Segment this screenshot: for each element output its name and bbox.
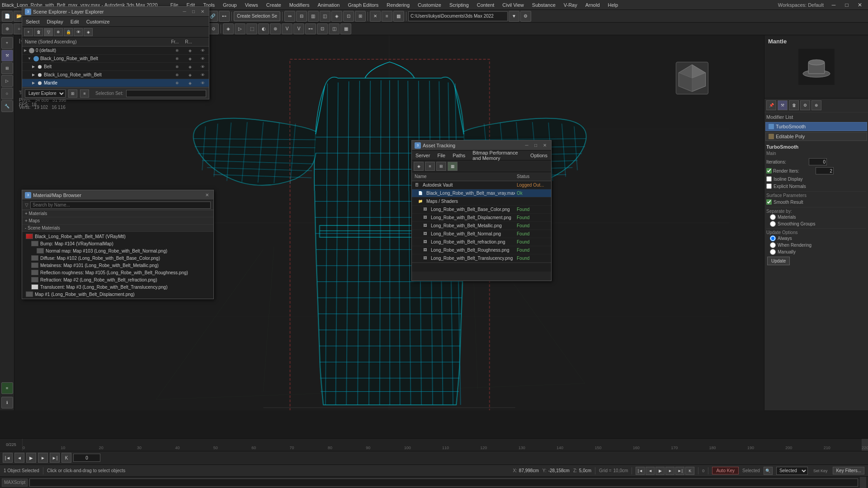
layer-explorer-minimize[interactable]: ─ [181,8,188,15]
normal-align-button[interactable]: ◫ [320,11,330,22]
render-setup-btn[interactable]: ◈ [223,23,234,34]
menu-rendering[interactable]: Rendering [383,1,413,9]
mirror-button[interactable]: ⇔ [284,11,295,22]
at-row-6[interactable]: 🖼 Long_Robe_with_Belt_Normal.png Found [412,230,551,238]
search-filter-btn[interactable]: 🔍 [764,467,773,475]
pb-prev-btn[interactable]: ◄ [646,467,655,475]
at-maximize-btn[interactable]: □ [532,142,539,149]
ribbon-button[interactable]: ▦ [393,11,404,22]
viewport-info-btn[interactable]: ℹ [1,397,13,408]
materials-radio[interactable] [770,214,776,220]
menu-substance[interactable]: Substance [528,1,559,9]
vfb-btn[interactable]: ▦ [340,23,351,34]
le-new-layer-btn[interactable]: + [24,28,33,36]
at-menu-server[interactable]: Server [414,152,432,159]
menu-graph-editors[interactable]: Graph Editors [344,1,382,9]
at-row-0[interactable]: 🗄 Autodesk Vault Logged Out... [412,181,551,189]
at-menu-bitmap[interactable]: Bitmap Performance and Memory [471,149,525,162]
le-render-btn[interactable]: ◈ [84,28,93,36]
maxscript-input[interactable] [29,479,858,487]
menu-vray[interactable]: V-Ray [560,1,581,9]
prev-frame-btn[interactable]: ◄ [14,453,24,463]
layer-explorer-close[interactable]: ✕ [199,8,206,15]
copy-btn[interactable]: ⊕ [811,100,821,110]
at-row-1[interactable]: 📄 Black_Long_Robe_with_Belt_max_vray.max… [412,189,551,197]
pb-key-btn[interactable]: K [685,467,694,475]
manually-radio[interactable] [770,249,776,255]
timeline-ruler[interactable]: 0/225 0102030405060708090100110120130140… [0,439,868,451]
layer-row-2[interactable]: ▶ Belt ❄ ◈ 👁 [22,63,209,71]
modify-panel-btn[interactable]: ⚒ [1,50,13,61]
render-iters-checkbox[interactable] [766,168,772,174]
at-row-7[interactable]: 🖼 Long_Robe_with_Belt_refraction.png Fou… [412,238,551,246]
explicit-normals-checkbox[interactable] [766,183,772,189]
le-filter-btn[interactable]: ▽ [44,28,53,36]
menu-civil-view[interactable]: Civil View [499,1,527,9]
at-row-9[interactable]: 🖼 Long_Robe_with_Belt_Translucency.png F… [412,254,551,263]
isoline-checkbox[interactable] [766,176,772,182]
le-footer-dropdown[interactable]: Layer Explorer [25,89,66,98]
mat-item-4[interactable]: Metalness: Map #101 (Long_Robe_with_Belt… [22,262,213,269]
scene-explorer-btn[interactable]: ≡ [1,382,13,394]
menu-group[interactable]: Group [219,1,241,9]
current-frame-input[interactable] [73,454,100,462]
render-frame-btn[interactable]: ⬚ [246,23,257,34]
at-row-4[interactable]: 🖼 Long_Robe_with_Belt_Displacment.png Fo… [412,214,551,222]
mat-section-scene[interactable]: - Scene Materials [22,225,213,232]
render-elem-btn[interactable]: ◫ [329,23,340,34]
at-row-2[interactable]: 📁 Maps / Shaders [412,197,551,206]
at-btn-2[interactable]: ≡ [425,162,435,171]
at-btn-1[interactable]: ◈ [414,162,424,171]
edit-modifier-btn[interactable]: ⚒ [778,100,788,110]
layer-row-3[interactable]: ▶ Black_Long_Robe_with_Belt ❄ ◈ 👁 [22,71,209,79]
render-iters-input[interactable] [816,167,834,174]
at-minimize-btn[interactable]: ─ [523,142,530,149]
hierarchy-panel-btn[interactable]: ⊞ [1,62,13,74]
mat-item-6[interactable]: Refraction: Map #2 (Long_Robe_with_Belt_… [22,276,213,283]
layer-row-4[interactable]: ▶ Mantle ❄ ◈ 👁 [22,79,209,87]
place-highlight-button[interactable]: ◈ [331,11,342,22]
autokey-button[interactable]: Auto Key [712,467,739,474]
pin-icon[interactable]: 📌 [766,100,776,110]
pb-end-btn[interactable]: ►| [675,467,684,475]
le-lock-btn[interactable]: 🔒 [64,28,73,36]
display-panel-btn[interactable]: ○ [1,88,13,99]
create-btn[interactable]: ⊕ [2,23,13,34]
mat-section-materials[interactable]: + Materials [22,210,213,217]
vray2-btn[interactable]: V [293,23,304,34]
mat-item-8[interactable]: Map #1 (Long_Robe_with_Belt_Displacment.… [22,291,213,298]
menu-create[interactable]: Create [263,1,285,9]
modifier-turbosmooch[interactable]: TurboSmooth [765,122,867,131]
quick-align-button[interactable]: ▥ [308,11,319,22]
at-btn-3[interactable]: ⊞ [436,162,446,171]
toggle-scene-x-button[interactable]: ✕ [370,11,381,22]
path-settings-button[interactable]: ⚙ [520,11,531,22]
menu-arnold[interactable]: Arnold [582,1,604,9]
always-radio[interactable] [770,235,776,241]
configure-btn[interactable]: ⚙ [800,100,810,110]
at-row-3[interactable]: 🖼 Long_Robe_with_Belt_Base_Color.png Fou… [412,206,551,214]
pb-next-btn[interactable]: ► [665,467,675,475]
next-frame-btn[interactable]: ► [38,453,48,463]
le-menu-customize[interactable]: Customize [85,18,112,25]
path-input[interactable] [408,11,508,21]
layer-explorer-titlebar[interactable]: 3 Scene Explorer - Layer Explorer ─ □ ✕ [22,7,209,17]
at-close-btn[interactable]: ✕ [541,142,548,149]
mat-item-0[interactable]: Black_Long_Robe_with_Belt_MAT (VRayMtl) [22,233,213,240]
layer-row-0[interactable]: ▶ 0 (default) ❄ ◈ 👁 [22,47,209,55]
vray-btn[interactable]: V [282,23,292,34]
create-selection-button[interactable]: Create Selection Se [234,11,280,21]
menu-animation[interactable]: Animation [314,1,343,9]
le-footer-btn1[interactable]: ⊞ [68,89,77,98]
activeshade-btn[interactable]: ◐ [258,23,269,34]
vray3-btn[interactable]: ⊷ [305,23,316,34]
le-freeze-btn[interactable]: ❄ [54,28,63,36]
isolate-btn[interactable]: ⊙ [208,23,219,34]
vray4-btn[interactable]: ⊡ [317,23,328,34]
delete-modifier-btn[interactable]: 🗑 [789,100,799,110]
go-end-btn[interactable]: ►| [50,453,60,463]
update-button[interactable]: Update [767,257,790,265]
at-btn-4[interactable]: ▦ [448,162,458,171]
le-delete-btn[interactable]: 🗑 [34,28,43,36]
at-row-8[interactable]: 🖼 Long_Robe_with_Belt_Roughness.png Foun… [412,246,551,254]
